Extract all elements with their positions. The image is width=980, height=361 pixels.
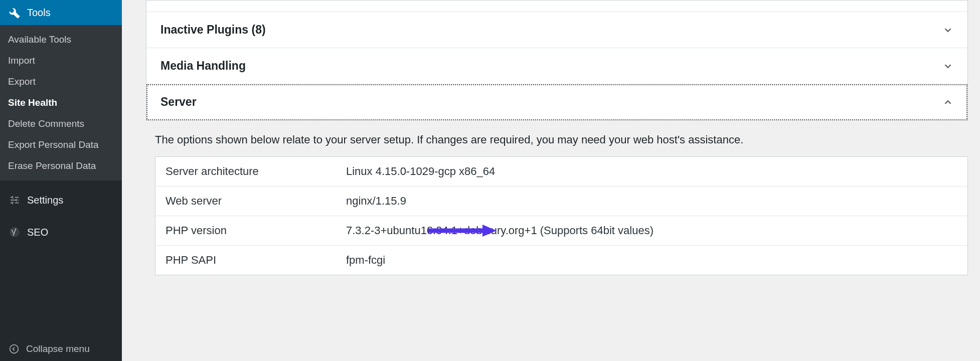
submenu-available-tools[interactable]: Available Tools: [0, 29, 122, 50]
submenu-erase-personal-data[interactable]: Erase Personal Data: [0, 155, 122, 176]
submenu-export-personal-data[interactable]: Export Personal Data: [0, 134, 122, 155]
server-section-description: The options shown below relate to your s…: [146, 120, 968, 156]
svg-point-1: [10, 345, 19, 353]
pointer-arrow-icon: [428, 224, 499, 238]
submenu-site-health[interactable]: Site Health: [0, 92, 122, 113]
sidebar-item-settings[interactable]: Settings: [0, 188, 122, 213]
panel-server[interactable]: Server: [146, 84, 967, 120]
info-label: PHP version: [166, 224, 346, 237]
sidebar-item-label: Settings: [27, 195, 63, 206]
panel-title: Media Handling: [160, 59, 246, 73]
collapse-icon: [8, 343, 20, 355]
info-label: PHP SAPI: [166, 254, 346, 267]
accordion-panels: Active Plugins (8) Inactive Plugins (8) …: [146, 0, 968, 120]
sidebar-item-label: SEO: [27, 227, 48, 238]
info-row-server-architecture: Server architecture Linux 4.15.0-1029-gc…: [155, 157, 967, 187]
info-label: Server architecture: [166, 165, 346, 178]
submenu-export[interactable]: Export: [0, 71, 122, 92]
info-label: Web server: [166, 195, 346, 208]
server-info-table: Server architecture Linux 4.15.0-1029-gc…: [155, 156, 968, 275]
collapse-menu-button[interactable]: Collapse menu: [0, 337, 122, 361]
admin-sidebar: Tools Available Tools Import Export Site…: [0, 0, 122, 361]
wrench-icon: [8, 6, 21, 19]
submenu-import[interactable]: Import: [0, 50, 122, 71]
info-row-web-server: Web server nginx/1.15.9: [155, 187, 967, 216]
info-value: nginx/1.15.9: [346, 195, 957, 208]
sidebar-item-tools[interactable]: Tools: [0, 0, 122, 25]
panel-inactive-plugins[interactable]: Inactive Plugins (8): [146, 12, 967, 48]
chevron-up-icon: [942, 97, 953, 108]
tools-submenu: Available Tools Import Export Site Healt…: [0, 25, 122, 180]
submenu-delete-comments[interactable]: Delete Comments: [0, 113, 122, 134]
panel-title: Inactive Plugins (8): [160, 23, 266, 37]
sliders-icon: [8, 194, 21, 207]
panel-media-handling[interactable]: Media Handling: [146, 48, 967, 84]
info-value: Linux 4.15.0-1029-gcp x86_64: [346, 165, 957, 178]
main-content: Active Plugins (8) Inactive Plugins (8) …: [122, 0, 980, 361]
chevron-down-icon: [942, 25, 953, 36]
info-row-php-sapi: PHP SAPI fpm-fcgi: [155, 246, 967, 275]
info-row-php-version: PHP version 7.3.2-3+ubuntu16.04.1+deb.su…: [155, 216, 967, 246]
panel-active-plugins[interactable]: Active Plugins (8): [146, 1, 967, 12]
sidebar-item-label: Tools: [27, 7, 51, 19]
sidebar-item-seo[interactable]: SEO: [0, 220, 122, 245]
info-value: fpm-fcgi: [346, 254, 957, 267]
panel-title: Server: [160, 95, 197, 109]
yoast-icon: [8, 226, 21, 239]
chevron-down-icon: [942, 61, 953, 72]
collapse-label: Collapse menu: [26, 343, 90, 354]
